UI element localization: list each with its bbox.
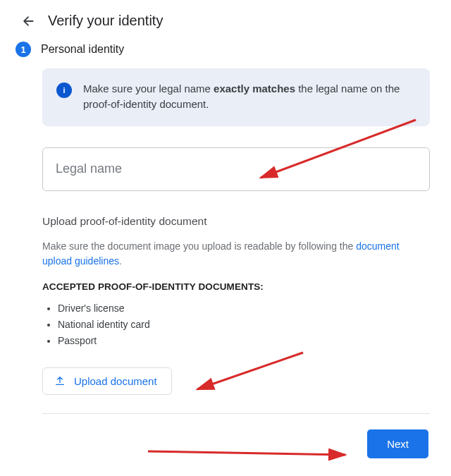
info-icon: i — [56, 83, 72, 98]
info-text-bold: exactly matches — [214, 83, 295, 94]
list-item: Driver's license — [58, 300, 430, 317]
upload-heading: Upload proof-of-identity document — [42, 215, 430, 228]
helper-before: Make sure the document image you upload … — [42, 240, 356, 252]
back-button[interactable] — [21, 14, 35, 28]
legal-name-input[interactable] — [42, 147, 430, 191]
upload-helper: Make sure the document image you upload … — [42, 239, 430, 269]
page-title: Verify your identity — [48, 13, 163, 29]
step-number-badge: 1 — [16, 42, 31, 57]
list-item: National identity card — [58, 317, 430, 333]
upload-icon — [54, 375, 66, 386]
step-label: Personal identity — [41, 43, 124, 56]
accepted-docs-label: ACCEPTED PROOF-OF-IDENTITY DOCUMENTS: — [42, 281, 430, 292]
helper-after: . — [119, 255, 122, 267]
accepted-docs-list: Driver's license National identity card … — [58, 300, 430, 349]
info-text: Make sure your legal name exactly matche… — [83, 81, 414, 112]
step-indicator: 1 Personal identity — [0, 39, 451, 64]
arrow-left-icon — [21, 14, 35, 28]
info-callout: i Make sure your legal name exactly matc… — [42, 68, 430, 126]
info-text-before: Make sure your legal name — [83, 83, 214, 94]
upload-document-button[interactable]: Upload document — [42, 367, 172, 395]
upload-button-label: Upload document — [74, 375, 157, 387]
next-button[interactable]: Next — [367, 429, 428, 458]
list-item: Passport — [58, 333, 430, 349]
